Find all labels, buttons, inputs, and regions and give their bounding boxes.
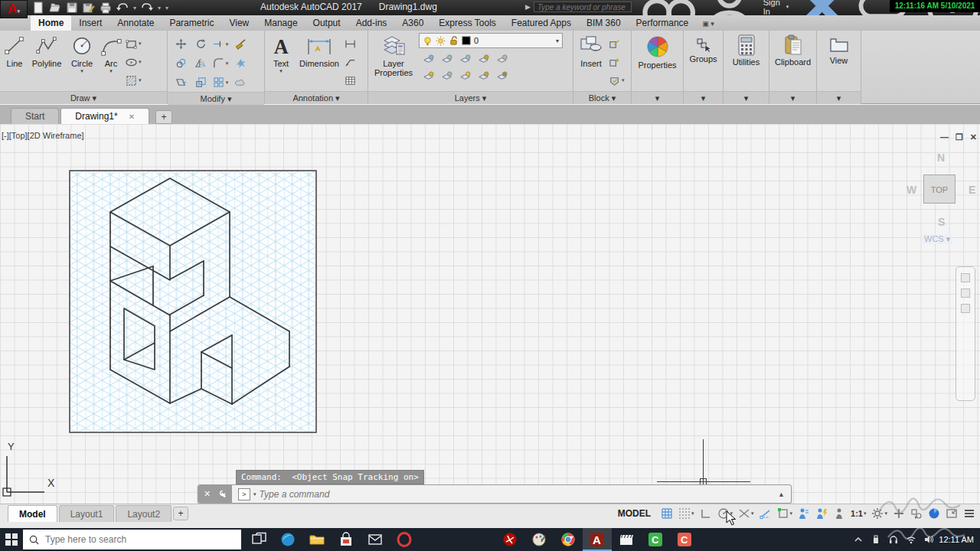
scale-tool-button[interactable] bbox=[195, 77, 207, 88]
status-plus-icon[interactable] bbox=[893, 507, 905, 520]
qat-customize-dropdown[interactable]: ▾ bbox=[165, 5, 168, 11]
doc-minimize-icon[interactable]: — bbox=[940, 132, 949, 142]
file-tab-close-icon[interactable]: ✕ bbox=[129, 109, 135, 125]
viewcube-south[interactable]: S bbox=[938, 216, 945, 228]
cloudtool-tool-button[interactable] bbox=[235, 77, 247, 88]
layer-properties-button[interactable]: Layer Properties bbox=[371, 33, 416, 91]
status-settings-icon[interactable]: ▾ bbox=[871, 507, 887, 520]
new-file-icon[interactable] bbox=[32, 2, 44, 14]
copy-tool-button[interactable] bbox=[175, 57, 187, 69]
layer-freeze-icon[interactable] bbox=[441, 54, 452, 65]
block-panel-title[interactable]: Block ▾ bbox=[573, 91, 631, 104]
circle-dropdown[interactable]: ▾ bbox=[80, 68, 83, 74]
annotation-panel-title[interactable]: Annotation ▾ bbox=[265, 91, 368, 104]
arc-dropdown[interactable]: ▾ bbox=[109, 68, 113, 74]
layer-isolate-icon[interactable] bbox=[459, 54, 471, 65]
nav-pan-icon[interactable] bbox=[961, 273, 970, 282]
ribbon-tab-manage[interactable]: Manage bbox=[256, 15, 305, 31]
undo-icon[interactable] bbox=[116, 2, 129, 14]
new-layout-button[interactable]: + bbox=[173, 507, 188, 520]
block-attributes-icon[interactable] bbox=[609, 57, 620, 68]
layer-unlock-all-icon[interactable] bbox=[478, 70, 489, 82]
keyword-search-input[interactable] bbox=[534, 2, 632, 12]
polyline-button[interactable]: Polyline bbox=[29, 33, 64, 91]
taskbar-search-input[interactable] bbox=[45, 534, 221, 545]
autocad-app-menu-icon[interactable]: A▾ bbox=[0, 0, 28, 18]
layout-tab-layout1[interactable]: Layout1 bbox=[59, 505, 115, 522]
status-annotation-autoscale-icon[interactable] bbox=[815, 507, 828, 520]
viewcube-west[interactable]: W bbox=[906, 184, 916, 196]
start-button[interactable] bbox=[0, 528, 23, 551]
ribbon-tab-add-ins[interactable]: Add-ins bbox=[348, 15, 395, 31]
sign-in-button[interactable]: Sign In bbox=[763, 0, 780, 16]
circle-button[interactable]: Circle ▾ bbox=[67, 33, 96, 91]
ribbon-tab-performance[interactable]: Performance bbox=[629, 15, 697, 31]
viewcube[interactable]: N W TOP E S WCS ▾ bbox=[903, 152, 980, 251]
ribbon-display-toggle[interactable]: ▣ ▾ bbox=[702, 20, 714, 31]
arc-button[interactable]: Arc ▾ bbox=[100, 33, 122, 91]
status-clean-screen-icon[interactable] bbox=[946, 507, 958, 520]
taskbar-store-icon[interactable] bbox=[332, 528, 361, 551]
groups-button[interactable]: Groups bbox=[687, 33, 720, 91]
search-expand-icon[interactable]: ▶ bbox=[525, 3, 531, 11]
status-grid-icon[interactable] bbox=[661, 507, 673, 520]
mirror-tool-button[interactable] bbox=[195, 57, 207, 69]
new-drawing-tab-button[interactable]: + bbox=[155, 110, 172, 124]
tray-headset-icon[interactable] bbox=[888, 534, 899, 545]
open-file-icon[interactable] bbox=[49, 2, 61, 14]
file-tab-drawing1-[interactable]: Drawing1*✕ bbox=[60, 108, 149, 124]
status-scale-icon[interactable]: 1:1▾ bbox=[851, 509, 866, 518]
text-button[interactable]: A Text ▾ bbox=[268, 33, 294, 91]
status-osnap-icon[interactable]: ▾ bbox=[777, 507, 793, 520]
hatch-icon[interactable] bbox=[126, 75, 137, 86]
taskbar-screen-rec-icon[interactable]: C bbox=[670, 528, 699, 551]
taskbar-mail-icon[interactable] bbox=[361, 528, 390, 551]
status-ortho-icon[interactable] bbox=[700, 507, 712, 520]
taskbar-autocad-icon[interactable]: A bbox=[583, 528, 612, 551]
block-check-dropdown[interactable]: ▾ bbox=[622, 77, 625, 83]
status-menu-icon[interactable] bbox=[963, 507, 975, 520]
modify-panel-title[interactable]: Modify ▾ bbox=[168, 92, 264, 105]
rotate-tool-button[interactable] bbox=[195, 38, 207, 50]
status-annotation-scale-icon[interactable] bbox=[833, 507, 845, 520]
tray-chevron-up-icon[interactable] bbox=[853, 534, 864, 545]
leader-icon[interactable] bbox=[345, 57, 356, 68]
taskbar-paint-icon[interactable] bbox=[524, 528, 554, 551]
signin-dropdown[interactable]: ▾ bbox=[786, 4, 789, 10]
command-customize-icon[interactable] bbox=[217, 489, 227, 499]
layer-select[interactable]: 0 ▾ bbox=[419, 33, 563, 48]
command-close-icon[interactable]: ✕ bbox=[204, 489, 211, 499]
ribbon-tab-output[interactable]: Output bbox=[305, 15, 348, 31]
ellipse-icon[interactable] bbox=[126, 57, 137, 68]
ribbon-tab-view[interactable]: View bbox=[221, 15, 256, 31]
utilities-panel-expand[interactable]: ▾ bbox=[724, 91, 769, 104]
line-button[interactable]: Line bbox=[3, 33, 26, 91]
rectangle-icon[interactable] bbox=[126, 38, 137, 50]
nav-zoom-icon[interactable] bbox=[961, 289, 970, 298]
taskbar-task-view-icon[interactable] bbox=[244, 528, 273, 551]
nav-orbit-icon[interactable] bbox=[961, 304, 970, 313]
status-isolate-icon[interactable] bbox=[910, 507, 923, 520]
layer-walk-icon[interactable] bbox=[423, 70, 434, 82]
explode-tool-button[interactable] bbox=[235, 57, 247, 69]
ribbon-tab-a360[interactable]: A360 bbox=[394, 15, 431, 31]
layer-select-dropdown[interactable]: ▾ bbox=[556, 37, 559, 44]
doc-restore-icon[interactable]: ❐ bbox=[956, 132, 963, 142]
text-dropdown[interactable]: ▾ bbox=[279, 68, 283, 74]
command-expand-icon[interactable]: ▲ bbox=[778, 491, 785, 498]
save-as-icon[interactable] bbox=[83, 2, 95, 14]
tray-volume-icon[interactable] bbox=[923, 534, 934, 545]
fillet-tool-button[interactable]: ▾ bbox=[213, 57, 229, 69]
taskbar-file-explorer-icon[interactable] bbox=[302, 528, 332, 551]
groups-panel-expand[interactable]: ▾ bbox=[684, 91, 723, 104]
status-annotation-visibility-icon[interactable] bbox=[798, 507, 810, 520]
tray-usb-icon[interactable] bbox=[871, 534, 881, 545]
layer-lock-icon[interactable] bbox=[478, 54, 489, 65]
layer-prev-icon[interactable] bbox=[459, 70, 471, 82]
block-check-icon[interactable] bbox=[609, 75, 620, 86]
block-edit-icon[interactable] bbox=[609, 38, 620, 50]
insert-button[interactable]: Insert bbox=[577, 33, 606, 91]
taskbar-clapper-icon[interactable] bbox=[612, 528, 641, 551]
stretch-tool-button[interactable] bbox=[175, 77, 187, 88]
tray-wifi-icon[interactable] bbox=[906, 534, 916, 545]
